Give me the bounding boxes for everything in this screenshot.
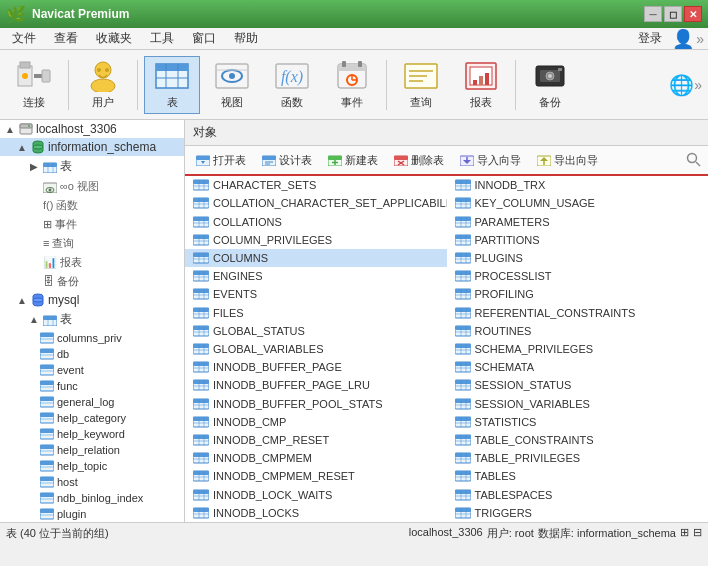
sidebar-item-help_category[interactable]: help_category — [0, 410, 184, 426]
delete-table-button[interactable]: 删除表 — [387, 149, 451, 172]
table-item-right-7[interactable]: REFERENTIAL_CONSTRAINTS — [447, 303, 709, 321]
svg-rect-249 — [193, 417, 209, 421]
table-item-left-10[interactable]: INNODB_BUFFER_PAGE — [185, 358, 447, 376]
table-item-left-8[interactable]: GLOBAL_STATUS — [185, 322, 447, 340]
menu-help[interactable]: 帮助 — [226, 28, 266, 49]
sidebar-item-func-info[interactable]: ▶ f() 函数 — [0, 196, 184, 215]
sidebar-item-db[interactable]: db — [0, 346, 184, 362]
table-item-right-12[interactable]: SESSION_VARIABLES — [447, 394, 709, 412]
menu-view[interactable]: 查看 — [46, 28, 86, 49]
svg-rect-40 — [558, 68, 562, 71]
table-item-icon — [193, 343, 209, 355]
sidebar-item-columns_priv[interactable]: columns_priv — [0, 330, 184, 346]
svg-rect-214 — [455, 344, 471, 348]
menu-login[interactable]: 登录 — [630, 28, 670, 49]
sidebar-item-event-info[interactable]: ▶ ⊞ 事件 — [0, 215, 184, 234]
sidebar-item-information-schema[interactable]: ▲ information_schema — [0, 138, 184, 156]
table-item-right-17[interactable]: TABLESPACES — [447, 486, 709, 504]
view-icon — [214, 60, 250, 92]
sidebar-item-host[interactable]: host — [0, 474, 184, 490]
minimize-button[interactable]: ─ — [644, 6, 662, 22]
sidebar-item-general_log[interactable]: general_log — [0, 394, 184, 410]
menu-tools[interactable]: 工具 — [142, 28, 182, 49]
table-item-left-12[interactable]: INNODB_BUFFER_POOL_STATS — [185, 394, 447, 412]
close-button[interactable]: ✕ — [684, 6, 702, 22]
menu-file[interactable]: 文件 — [4, 28, 44, 49]
table-item-left-3[interactable]: COLUMN_PRIVILEGES — [185, 231, 447, 249]
open-table-button[interactable]: 打开表 — [189, 149, 253, 172]
table-item-right-5[interactable]: PROCESSLIST — [447, 267, 709, 285]
table-item-right-8[interactable]: ROUTINES — [447, 322, 709, 340]
menu-more[interactable]: » — [696, 31, 704, 47]
import-wizard-button[interactable]: 导入向导 — [453, 149, 528, 172]
table-item-left-11[interactable]: INNODB_BUFFER_PAGE_LRU — [185, 376, 447, 394]
sidebar-item-tables-mysql[interactable]: ▲ 表 — [0, 309, 184, 330]
sidebar-item-mysql[interactable]: ▲ mysql — [0, 291, 184, 309]
connection-icon[interactable]: 🌐 — [669, 73, 694, 97]
table-item-right-14[interactable]: TABLE_CONSTRAINTS — [447, 431, 709, 449]
connect-button[interactable]: 连接 — [6, 56, 62, 114]
window-controls[interactable]: ─ ◻ ✕ — [644, 6, 702, 22]
sidebar-item-help_topic[interactable]: help_topic — [0, 458, 184, 474]
search-area[interactable] — [684, 150, 704, 170]
table-item-left-1[interactable]: COLLATION_CHARACTER_SET_APPLICABILITY — [185, 194, 447, 212]
table-item-right-6[interactable]: PROFILING — [447, 285, 709, 303]
grid-view-icon[interactable]: ⊞ — [680, 526, 689, 541]
sidebar-item-help_keyword[interactable]: help_keyword — [0, 426, 184, 442]
table-item-left-14[interactable]: INNODB_CMP_RESET — [185, 431, 447, 449]
table-item-right-18[interactable]: TRIGGERS — [447, 504, 709, 522]
menu-favorites[interactable]: 收藏夹 — [88, 28, 140, 49]
table-button[interactable]: 表 — [144, 56, 200, 114]
report-button[interactable]: 报表 — [453, 56, 509, 114]
sidebar-item-views-info[interactable]: ▶ ∞o 视图 — [0, 177, 184, 196]
sidebar-item-func[interactable]: func — [0, 378, 184, 394]
export-wizard-button[interactable]: 导出向导 — [530, 149, 605, 172]
query-button[interactable]: 查询 — [393, 56, 449, 114]
table-item-left-6[interactable]: EVENTS — [185, 285, 447, 303]
table-item-right-10[interactable]: SCHEMATA — [447, 358, 709, 376]
table-item-left-4[interactable]: COLUMNS — [185, 249, 447, 267]
table-item-right-3[interactable]: PARTITIONS — [447, 231, 709, 249]
table-item-left-17[interactable]: INNODB_LOCK_WAITS — [185, 486, 447, 504]
event-button[interactable]: 事件 — [324, 56, 380, 114]
sidebar-item-plugin[interactable]: plugin — [0, 506, 184, 522]
table-item-left-13[interactable]: INNODB_CMP — [185, 413, 447, 431]
table-item-left-2[interactable]: COLLATIONS — [185, 212, 447, 230]
user-button[interactable]: 用户 — [75, 56, 131, 114]
menu-window[interactable]: 窗口 — [184, 28, 224, 49]
list-view-icon[interactable]: ⊟ — [693, 526, 702, 541]
table-item-right-15[interactable]: TABLE_PRIVILEGES — [447, 449, 709, 467]
table-item-left-0[interactable]: CHARACTER_SETS — [185, 176, 447, 194]
sidebar-item-query-info[interactable]: ▶ ≡ 查询 — [0, 234, 184, 253]
table-item-right-9[interactable]: SCHEMA_PRIVILEGES — [447, 340, 709, 358]
design-table-button[interactable]: 设计表 — [255, 149, 319, 172]
table-item-right-2[interactable]: PARAMETERS — [447, 212, 709, 230]
view-button[interactable]: 视图 — [204, 56, 260, 114]
table-item-left-9[interactable]: GLOBAL_VARIABLES — [185, 340, 447, 358]
backup-info-label: 🗄 备份 — [43, 274, 79, 289]
restore-button[interactable]: ◻ — [664, 6, 682, 22]
table-item-left-7[interactable]: FILES — [185, 303, 447, 321]
table-item-right-11[interactable]: SESSION_STATUS — [447, 376, 709, 394]
table-row-icon — [40, 380, 54, 392]
table-item-right-16[interactable]: TABLES — [447, 467, 709, 485]
sidebar-item-localhost[interactable]: ▲ localhost_3306 — [0, 120, 184, 138]
sidebar-item-backup-info[interactable]: ▶ 🗄 备份 — [0, 272, 184, 291]
sidebar-item-report-info[interactable]: ▶ 📊 报表 — [0, 253, 184, 272]
table-item-left-18[interactable]: INNODB_LOCKS — [185, 504, 447, 522]
table-item-left-16[interactable]: INNODB_CMPMEM_RESET — [185, 467, 447, 485]
table-item-left-5[interactable]: ENGINES — [185, 267, 447, 285]
new-table-button[interactable]: 新建表 — [321, 149, 385, 172]
table-item-right-1[interactable]: KEY_COLUMN_USAGE — [447, 194, 709, 212]
table-item-left-15[interactable]: INNODB_CMPMEM — [185, 449, 447, 467]
table-item-right-0[interactable]: INNODB_TRX — [447, 176, 709, 194]
toolbar-more[interactable]: » — [694, 77, 702, 93]
sidebar-item-help_relation[interactable]: help_relation — [0, 442, 184, 458]
table-item-right-13[interactable]: STATISTICS — [447, 413, 709, 431]
function-button[interactable]: f(x) 函数 — [264, 56, 320, 114]
sidebar-item-tables-info[interactable]: ▶ 表 — [0, 156, 184, 177]
table-item-right-4[interactable]: PLUGINS — [447, 249, 709, 267]
sidebar-item-event[interactable]: event — [0, 362, 184, 378]
backup-button[interactable]: 备份 — [522, 56, 578, 114]
sidebar-item-ndb_binlog_index[interactable]: ndb_binlog_index — [0, 490, 184, 506]
